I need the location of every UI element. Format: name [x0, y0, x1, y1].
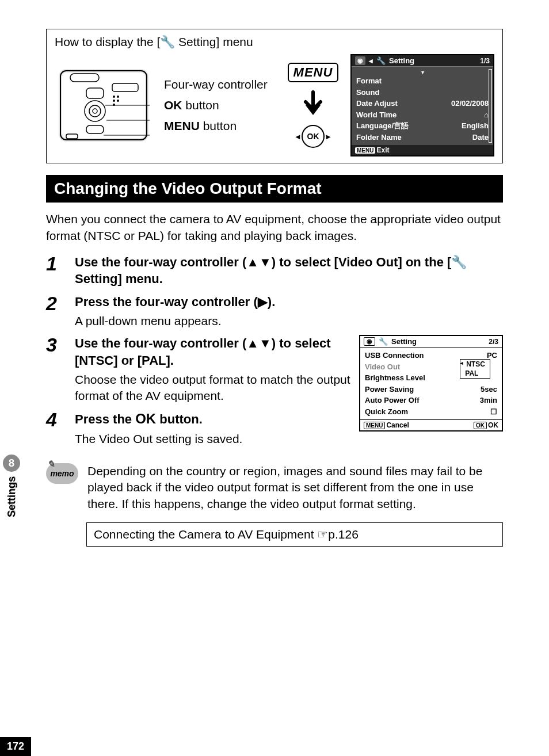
text: OK	[164, 98, 182, 112]
video-out-dropdown: ◂NTSC PAL	[460, 359, 490, 379]
label: Brightness Level	[365, 372, 425, 384]
menu-row: Quick Zoom☐	[365, 406, 497, 418]
step-title: Press the four-way controller (▶).	[75, 293, 503, 311]
text: Setting] menu.	[75, 272, 163, 286]
ok-button-label: OK button	[164, 95, 276, 116]
menu-pill: MENU	[355, 147, 375, 154]
value: 3min	[480, 395, 497, 406]
menu-row: Date Adjust02/02/2008	[356, 98, 489, 109]
screen-title: Setting	[391, 337, 417, 346]
label: Folder Name	[356, 132, 402, 143]
menu-row: Auto Power Off3min	[365, 395, 497, 406]
label: Date Adjust	[356, 98, 398, 109]
scrollbar	[489, 69, 492, 143]
exit-label: Exit	[376, 146, 389, 154]
memo-note: memo Depending on the country or region,…	[46, 463, 503, 512]
label: Language/言語	[356, 120, 409, 132]
label: Power Saving	[365, 384, 414, 395]
screen-page-indicator: 2/3	[489, 338, 498, 346]
menu-row: Sound	[356, 87, 489, 98]
text: button.	[156, 412, 203, 426]
wrench-icon: 🔧	[160, 35, 175, 49]
menu-row: Folder NameDate	[356, 132, 489, 143]
button-flow: MENU OK	[281, 63, 345, 148]
svg-marker-18	[306, 105, 321, 115]
step-2: 2 Press the four-way controller (▶). A p…	[46, 293, 503, 329]
svg-point-8	[113, 96, 115, 98]
option-pal: PAL	[460, 369, 490, 378]
ok-label: OK	[488, 421, 498, 429]
menu-pill: MENU	[364, 422, 385, 429]
svg-point-11	[117, 100, 119, 102]
text: Setting] menu	[175, 35, 253, 48]
wrench-icon: 🔧	[376, 56, 386, 65]
step-description: A pull-down menu appears.	[75, 313, 503, 329]
text: How to display the [	[55, 35, 160, 48]
step-4: 4 Press the OK button. The Video Out set…	[46, 410, 351, 447]
svg-rect-3	[86, 88, 104, 98]
svg-point-9	[117, 96, 119, 98]
svg-point-7	[93, 109, 97, 113]
svg-rect-4	[86, 125, 104, 133]
screen-footer: MENUExit	[352, 145, 493, 155]
memo-text: Depending on the country or region, imag…	[87, 463, 503, 512]
value: 5sec	[481, 384, 497, 395]
svg-point-6	[89, 105, 101, 117]
intro-text: When you connect the camera to AV equipm…	[46, 211, 503, 245]
camera-icon: ◉	[364, 337, 375, 346]
down-arrow-icon: ▾	[356, 69, 489, 75]
text: button	[200, 119, 237, 132]
value: ☐	[490, 406, 497, 418]
step-1: 1 Use the four-way controller (▲▼) to se…	[46, 254, 503, 288]
value: English	[462, 120, 489, 132]
menu-row: Power Saving5sec	[365, 384, 497, 395]
label: World Time	[356, 109, 396, 121]
step-description: The Video Out setting is saved.	[75, 431, 351, 447]
ok-text: OK	[135, 411, 156, 426]
wrench-icon: 🔧	[451, 255, 467, 269]
svg-rect-13	[66, 134, 78, 139]
label: Format	[356, 75, 382, 87]
cancel-label: Cancel	[386, 421, 409, 429]
how-to-display-box: How to display the [🔧 Setting] menu	[46, 29, 503, 163]
label: Auto Power Off	[365, 395, 420, 406]
ok-pill: OK	[474, 422, 487, 429]
camera-icon: ◉	[355, 56, 365, 65]
step-title: Use the four-way controller (▲▼) to sele…	[75, 335, 351, 369]
box-title: How to display the [🔧 Setting] menu	[55, 35, 494, 49]
screen-page-indicator: 1/3	[480, 57, 490, 65]
label: USB Connection	[365, 350, 424, 361]
fourway-label: Four-way controller	[164, 74, 276, 95]
wrench-icon: 🔧	[379, 337, 388, 346]
option-ntsc: ◂NTSC	[460, 360, 490, 369]
svg-point-10	[113, 100, 115, 102]
cross-reference-box: Connecting the Camera to AV Equipment ☞p…	[86, 522, 503, 547]
menu-button-icon: MENU	[288, 63, 339, 82]
screen-footer: MENUCancel OKOK	[360, 419, 502, 430]
step-number: 3	[46, 335, 63, 404]
step-number: 4	[46, 410, 63, 447]
text: MENU	[164, 119, 200, 132]
svg-rect-17	[112, 83, 138, 91]
step-title: Use the four-way controller (▲▼) to sele…	[75, 254, 503, 288]
label: Sound	[356, 87, 379, 98]
step-number: 1	[46, 254, 63, 288]
control-labels: Four-way controller OK button MENU butto…	[164, 74, 276, 136]
svg-point-5	[85, 101, 105, 121]
text: Press the	[75, 412, 135, 426]
value: Date	[472, 132, 489, 143]
text: button	[182, 98, 219, 112]
page-number: 172	[0, 737, 31, 756]
lcd-screen-setting-2: ◉ 🔧 Setting 2/3 USB ConnectionPC Video O…	[359, 335, 503, 432]
svg-rect-2	[70, 74, 99, 82]
label: Quick Zoom	[365, 406, 408, 418]
value: ⌂	[484, 109, 489, 121]
ok-button-icon: OK	[302, 125, 325, 148]
step-3: 3 Use the four-way controller (▲▼) to se…	[46, 335, 351, 404]
memo-icon: memo	[46, 463, 78, 484]
menu-button-label: MENU button	[164, 116, 276, 136]
step-number: 2	[46, 293, 63, 329]
menu-row: World Time⌂	[356, 109, 489, 121]
menu-row: Language/言語English	[356, 120, 489, 132]
camera-illustration	[55, 54, 158, 157]
